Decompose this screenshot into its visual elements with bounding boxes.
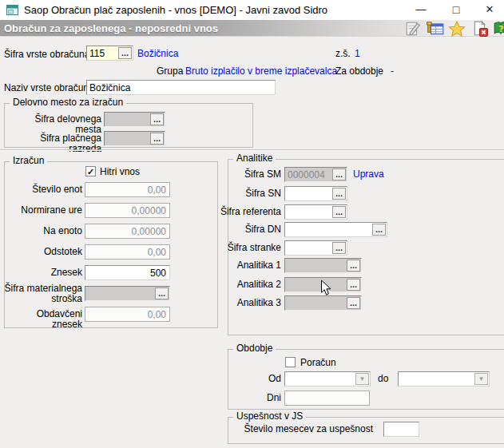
od-label: Od xyxy=(256,374,281,384)
obdavceni-znesek-field: 0,00 xyxy=(85,307,170,322)
sifra-dn-lookup-button[interactable]: ... xyxy=(372,224,386,236)
stevilo-mesecev-field[interactable] xyxy=(383,422,419,437)
check-icon: ✓ xyxy=(87,167,94,176)
sifra-placnega-razreda-label: Šifra plačnega razreda xyxy=(8,133,101,154)
sifra-sn-lookup-button[interactable]: ... xyxy=(332,188,346,200)
normirane-ure-field: 0,00000 xyxy=(85,203,170,218)
analitika3-label: Analitika 3 xyxy=(200,298,281,308)
hitri-vnos-checkbox[interactable]: ✓ xyxy=(85,166,96,176)
sifra-vrste-obracuna-lookup-button[interactable]: ... xyxy=(118,47,132,59)
odstotek-field: 0,00 xyxy=(85,244,170,260)
table-pin-icon[interactable] xyxy=(426,21,445,37)
sifra-referenta-label: Šifra referenta xyxy=(200,207,281,217)
vrsta-obracuna-name: Božičnica xyxy=(137,49,178,59)
sifra-vrste-obracuna-label: Šifra vrste obračuna xyxy=(4,50,89,60)
izracun-title: Izračun xyxy=(10,156,47,166)
dni-field xyxy=(284,391,370,406)
analitika3-field[interactable]: ... xyxy=(284,295,362,311)
sifra-referenta-field[interactable]: ... xyxy=(284,204,347,220)
analitika3-lookup-button[interactable]: ... xyxy=(347,297,360,309)
app-window: Saop Obračun plač zaposlenih - vnos [DEM… xyxy=(0,0,504,448)
sifra-stranke-lookup-button[interactable]: ... xyxy=(332,242,346,254)
naziv-vrste-obracuna-label: Naziv vrste obračuna xyxy=(4,83,94,93)
edit-icon[interactable] xyxy=(403,21,423,37)
zs-value: 1 xyxy=(355,49,360,59)
sifra-materialnega-stroska-lookup-button[interactable]: ... xyxy=(155,287,169,299)
sifra-sm-label: Šifra SM xyxy=(200,169,281,180)
sifra-stranke-field[interactable]: ... xyxy=(284,240,347,256)
delovno-mesto-title: Delovno mesto za izračun xyxy=(10,97,126,108)
hitri-vnos-label: Hitri vnos xyxy=(100,167,140,177)
zs-label: z.š. xyxy=(335,49,351,59)
sifra-vrste-obracuna-field[interactable]: 115 ... xyxy=(86,46,133,61)
sifra-sn-label: Šifra SN xyxy=(200,188,281,199)
analitika2-field[interactable]: ... xyxy=(284,277,362,292)
sifra-sn-field[interactable]: ... xyxy=(284,186,347,201)
grupa-value: Bruto izplačilo v breme izplačevalca xyxy=(185,66,337,77)
maximize-button[interactable]: □ xyxy=(444,0,468,19)
sifra-dn-label: Šifra DN xyxy=(200,224,281,235)
minimize-button[interactable]: — xyxy=(409,0,433,19)
window-title: Saop Obračun plač zaposlenih - vnos [DEM… xyxy=(24,4,327,16)
znesek-field[interactable]: 500 xyxy=(85,265,170,280)
analitika1-label: Analitika 1 xyxy=(200,260,281,271)
naziv-vrste-obracuna-field[interactable]: Božičnica xyxy=(86,80,276,95)
sifra-stranke-label: Šifra stranke xyxy=(200,243,281,253)
od-dropdown[interactable]: ▼ xyxy=(284,371,371,387)
document-delete-icon[interactable] xyxy=(470,21,490,37)
sifra-materialnega-stroska-field[interactable]: ... xyxy=(85,286,170,301)
za-obdobje-value: - xyxy=(391,66,394,77)
sifra-materialnega-stroska-label: Šifra materialnega stroška xyxy=(4,283,82,304)
star-icon[interactable] xyxy=(447,21,466,37)
sifra-placnega-razreda-field[interactable]: ... xyxy=(104,131,165,146)
obdavceni-znesek-label: Obdavčeni znesek xyxy=(4,309,82,330)
poracun-label: Poračun xyxy=(300,358,336,368)
do-label: do xyxy=(378,374,388,384)
sifra-placnega-razreda-lookup-button[interactable]: ... xyxy=(150,133,164,145)
do-dropdown-arrow-icon[interactable]: ▼ xyxy=(474,373,488,385)
analitika2-label: Analitika 2 xyxy=(200,280,281,290)
obdobje-title: Obdobje xyxy=(233,343,276,354)
help-book-icon[interactable]: ? xyxy=(491,21,504,37)
analitika2-lookup-button[interactable]: ... xyxy=(347,279,360,291)
poracun-checkbox[interactable] xyxy=(285,357,296,367)
odstotek-label: Odstotek xyxy=(4,247,82,257)
app-icon xyxy=(6,5,18,15)
svg-text:?: ? xyxy=(498,24,503,34)
form-title: Obračun za zaposlenega - neposredni vnos xyxy=(4,22,218,34)
normirane-ure-label: Normirane ure xyxy=(4,205,82,216)
grupa-label: Grupa xyxy=(157,66,183,77)
stevilo-enot-label: Število enot xyxy=(4,184,82,195)
sifra-dn-field[interactable]: ... xyxy=(284,222,387,237)
sifra-delovnega-mesta-field[interactable]: ... xyxy=(104,112,165,127)
sifra-sm-name: Uprava xyxy=(353,169,384,180)
title-bar: Saop Obračun plač zaposlenih - vnos [DEM… xyxy=(0,0,504,20)
analitika1-field[interactable]: ... xyxy=(284,258,362,273)
na-enoto-label: Na enoto xyxy=(4,226,82,236)
section-separator xyxy=(0,149,504,151)
sifra-referenta-lookup-button[interactable]: ... xyxy=(332,206,346,218)
stevilo-mesecev-label: Število mesecev za uspešnost xyxy=(240,424,373,434)
sifra-sm-field[interactable]: 0000004 ... xyxy=(284,167,347,182)
analitike-title: Analitike xyxy=(233,153,276,164)
close-button[interactable]: ✕ xyxy=(478,0,502,19)
do-dropdown[interactable]: ▼ xyxy=(398,371,490,387)
od-dropdown-arrow-icon[interactable]: ▼ xyxy=(355,373,369,385)
stevilo-enot-field: 0,00 xyxy=(85,182,170,197)
analitika1-lookup-button[interactable]: ... xyxy=(347,260,360,272)
sifra-sm-lookup-button[interactable]: ... xyxy=(332,168,346,180)
dni-label: Dni xyxy=(256,393,281,403)
za-obdobje-label: Za obdobje xyxy=(335,66,383,77)
na-enoto-field: 0,00000 xyxy=(85,224,170,239)
sifra-delovnega-mesta-lookup-button[interactable]: ... xyxy=(150,113,164,125)
uspesnost-title: Uspešnost v JS xyxy=(233,411,306,422)
znesek-label: Znesek xyxy=(4,268,82,278)
